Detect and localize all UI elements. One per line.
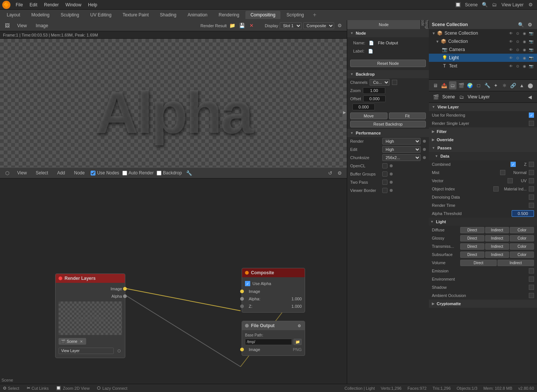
physics-props-icon[interactable]: ⚛: [501, 81, 508, 89]
override-section-header[interactable]: ▶ Override: [429, 136, 537, 144]
view-layer-icon[interactable]: 🗂: [490, 1, 499, 9]
tab-texture-paint[interactable]: Texture Paint: [117, 11, 154, 19]
menu-file[interactable]: File: [13, 1, 26, 8]
viewport-icon[interactable]: 🖼: [3, 22, 11, 30]
camera-render-icon4[interactable]: 📷: [528, 55, 534, 61]
backdrop-check[interactable]: Backdrop: [157, 170, 182, 176]
output-props-icon[interactable]: 📤: [440, 81, 448, 89]
diffuse-indirect[interactable]: Indirect: [485, 227, 509, 233]
cursor-icon[interactable]: ⊙: [515, 30, 521, 36]
comp-tool-icon[interactable]: 🔧: [185, 169, 193, 177]
cursor-icon2[interactable]: ⊙: [515, 38, 521, 44]
viewer-border-check[interactable]: [382, 188, 387, 193]
glossy-indirect[interactable]: Indirect: [485, 235, 509, 241]
tab-add[interactable]: +: [310, 11, 319, 19]
view-layer-btn[interactable]: ⬡: [116, 348, 122, 354]
view-btn[interactable]: View: [14, 22, 30, 29]
view-layer-props-header[interactable]: ▼ View Layer: [429, 103, 537, 111]
camera-render-icon5[interactable]: 📷: [528, 63, 534, 69]
render-single-check[interactable]: [529, 121, 534, 126]
comp-node[interactable]: Node: [71, 170, 88, 176]
viewport-extra[interactable]: ⚙: [336, 22, 344, 30]
cursor-icon3[interactable]: ⊙: [515, 47, 521, 53]
image-options[interactable]: 📁: [228, 22, 236, 30]
cursor-icon4[interactable]: ⊙: [515, 55, 521, 61]
subsurface-indirect[interactable]: Indirect: [485, 252, 509, 258]
search-icon[interactable]: 🔍: [481, 1, 489, 9]
ao-check[interactable]: [529, 293, 534, 298]
image-save[interactable]: 💾: [238, 22, 246, 30]
image-btn[interactable]: Image: [33, 22, 51, 29]
eye-icon4[interactable]: 👁: [508, 55, 514, 61]
restrict-icon4[interactable]: ◉: [521, 55, 527, 61]
tab-sculpting[interactable]: Sculpting: [56, 11, 84, 19]
comp-history[interactable]: ↺: [326, 169, 334, 177]
constraints-props-icon[interactable]: 🔗: [510, 81, 517, 89]
chunksize-dot[interactable]: [423, 156, 426, 159]
transmiss-indirect[interactable]: Indirect: [485, 243, 509, 250]
view-layer-select[interactable]: View Layer: [59, 348, 114, 354]
two-pass-check[interactable]: [382, 180, 387, 185]
scene-badge[interactable]: 🎬 Scene ✕: [59, 338, 86, 345]
tab-layout[interactable]: Layout: [1, 11, 25, 19]
object-index-check[interactable]: [493, 186, 499, 192]
comp-view[interactable]: View: [14, 170, 30, 176]
normal-check[interactable]: [529, 170, 534, 175]
tab-modeling[interactable]: Modeling: [26, 11, 55, 19]
menu-edit[interactable]: Edit: [26, 1, 40, 8]
cursor-icon5[interactable]: ⊙: [515, 63, 521, 69]
file-output-options[interactable]: ⚙: [296, 323, 302, 328]
channels-select[interactable]: Co...: [370, 79, 390, 86]
restrict-icon5[interactable]: ◉: [521, 63, 527, 69]
outliner-item-subcollection[interactable]: ▼ 📦 Collection 👁 ⊙ ◉ 📷: [429, 37, 537, 45]
render-layers-node[interactable]: Render Layers Image Alpha: [55, 274, 125, 358]
tab-animation[interactable]: Animation: [182, 11, 213, 19]
composite-z-socket[interactable]: [240, 304, 244, 308]
alpha-threshold-input[interactable]: [512, 210, 534, 217]
scene-props-icon[interactable]: 🎬: [458, 81, 465, 89]
subsurface-direct[interactable]: Direct: [460, 252, 484, 258]
emission-check[interactable]: [529, 268, 534, 274]
file-image-socket[interactable]: [240, 348, 244, 351]
tab-compositing[interactable]: Compositing: [245, 11, 281, 19]
slot-select[interactable]: Slot 1: [280, 22, 302, 29]
tab-uv-editing[interactable]: UV Editing: [85, 11, 117, 19]
transmiss-color[interactable]: Color: [510, 243, 534, 250]
use-alpha-check[interactable]: [245, 281, 250, 286]
z-check[interactable]: [529, 162, 534, 167]
comp-add[interactable]: Add: [54, 170, 68, 176]
transmiss-direct[interactable]: Direct: [460, 243, 484, 250]
composite-image-socket[interactable]: [240, 290, 244, 293]
filter-section-header[interactable]: ▶ Filter: [429, 127, 537, 136]
uv-check[interactable]: [529, 178, 534, 183]
glossy-direct[interactable]: Direct: [460, 235, 484, 241]
restrict-icon2[interactable]: ◉: [521, 38, 527, 44]
render-select[interactable]: High: [382, 138, 421, 145]
node-section-header[interactable]: ▼ Node: [347, 29, 429, 37]
particle-props-icon[interactable]: ✦: [492, 81, 499, 89]
outliner-item-camera[interactable]: 📷 Camera 👁 ⊙ ◉ 📷: [429, 45, 537, 54]
buffer-groups-dot[interactable]: [390, 173, 393, 176]
opencl-dot[interactable]: [390, 164, 393, 167]
alpha-output-socket[interactable]: [123, 294, 127, 298]
camera-render-icon3[interactable]: 📷: [528, 47, 534, 53]
diffuse-direct[interactable]: Direct: [460, 227, 484, 233]
render-dot[interactable]: [423, 140, 426, 143]
restrict-icon3[interactable]: ◉: [521, 47, 527, 53]
fit-btn[interactable]: Fit: [389, 113, 426, 119]
comp-settings[interactable]: ⚙: [336, 169, 344, 177]
menu-help[interactable]: Help: [85, 1, 100, 8]
scene-badge-close[interactable]: ✕: [79, 339, 84, 344]
comp-select[interactable]: Select: [33, 170, 51, 176]
tab-rendering[interactable]: Rendering: [213, 11, 244, 19]
menu-render[interactable]: Render: [41, 1, 62, 8]
use-rendering-check[interactable]: [529, 113, 534, 118]
vl-panel-expand[interactable]: ◀: [526, 93, 534, 101]
browse-btn[interactable]: 📁: [293, 339, 302, 345]
auto-render-check[interactable]: Auto Render: [122, 170, 154, 176]
outliner-item-light[interactable]: 💡 Light 👁 ⊙ ◉ 📷: [429, 54, 537, 62]
image-output-socket[interactable]: [123, 287, 127, 291]
light-section-header[interactable]: ▼ Light: [429, 218, 537, 226]
view-layer-props-icon[interactable]: 🗂: [449, 81, 456, 89]
passes-section-header[interactable]: ▼ Passes: [429, 144, 537, 152]
